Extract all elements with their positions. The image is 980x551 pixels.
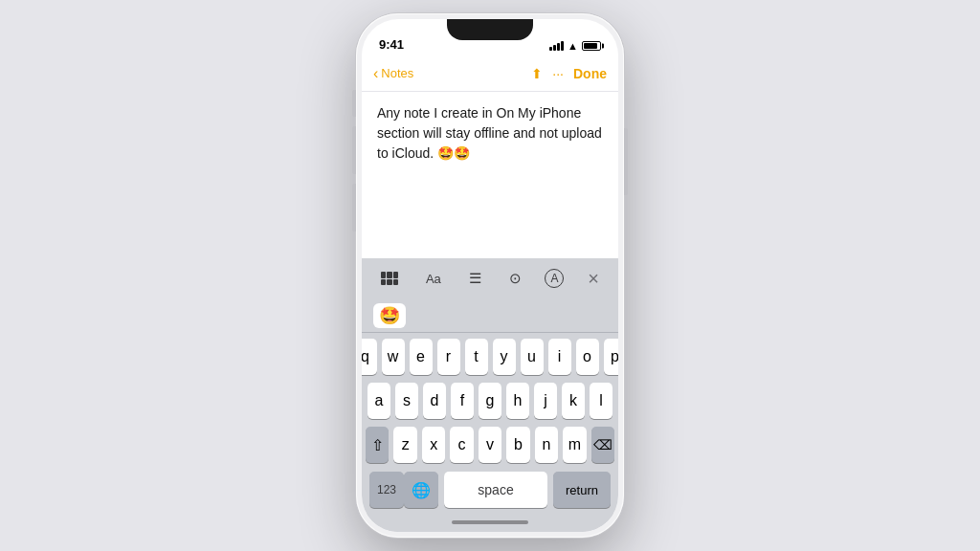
- key-f[interactable]: f: [451, 383, 474, 419]
- key-l[interactable]: l: [590, 383, 612, 419]
- key-k[interactable]: k: [562, 383, 585, 419]
- key-i[interactable]: i: [548, 339, 571, 375]
- key-v[interactable]: v: [479, 427, 501, 463]
- mute-button[interactable]: [352, 90, 356, 117]
- key-p[interactable]: p: [604, 339, 619, 375]
- table-format-button[interactable]: [377, 268, 402, 289]
- notch: [447, 19, 533, 40]
- home-bar: [452, 520, 528, 524]
- key-m[interactable]: m: [563, 427, 586, 463]
- nav-bar: ‹ Notes ⬆ ··· Done: [362, 55, 618, 92]
- key-w[interactable]: w: [382, 339, 405, 375]
- camera-button[interactable]: ⊙: [505, 266, 525, 291]
- note-text[interactable]: Any note I create in On My iPhone sectio…: [377, 103, 603, 164]
- share-button[interactable]: ⬆: [531, 66, 543, 81]
- done-button[interactable]: Done: [573, 66, 607, 81]
- power-button[interactable]: [624, 128, 628, 195]
- key-x[interactable]: x: [422, 427, 445, 463]
- keyboard-bottom-row: 123 🌐 space return: [366, 471, 614, 513]
- key-h[interactable]: h: [506, 383, 529, 419]
- chevron-left-icon: ‹: [373, 65, 378, 82]
- volume-up-button[interactable]: [352, 126, 356, 174]
- key-u[interactable]: u: [521, 339, 544, 375]
- key-a[interactable]: a: [368, 383, 390, 419]
- space-key[interactable]: space: [444, 472, 547, 508]
- key-g[interactable]: g: [479, 383, 501, 419]
- markup-button[interactable]: A: [545, 269, 564, 288]
- numbers-key[interactable]: 123: [369, 472, 404, 508]
- note-content-area[interactable]: Any note I create in On My iPhone sectio…: [362, 92, 618, 258]
- shift-key[interactable]: ⇧: [366, 427, 389, 463]
- text-format-button[interactable]: Aa: [422, 268, 445, 290]
- close-toolbar-button[interactable]: ×: [584, 264, 603, 294]
- delete-key[interactable]: ⌫: [591, 427, 614, 463]
- key-d[interactable]: d: [423, 383, 446, 419]
- checklist-button[interactable]: ☰: [465, 266, 485, 291]
- keyboard: q w e r t y u i o p a s d f g h j k: [362, 333, 618, 532]
- nav-actions: ⬆ ··· Done: [531, 66, 607, 81]
- key-y[interactable]: y: [493, 339, 516, 375]
- key-e[interactable]: e: [410, 339, 433, 375]
- key-b[interactable]: b: [506, 427, 529, 463]
- phone-screen: 9:41 ▲ ‹ Notes ⬆ ·: [362, 19, 618, 532]
- key-r[interactable]: r: [437, 339, 460, 375]
- return-key[interactable]: return: [553, 472, 611, 508]
- back-button[interactable]: ‹ Notes: [373, 65, 413, 82]
- space-label: space: [478, 482, 513, 497]
- home-indicator-area: [366, 513, 614, 532]
- back-label: Notes: [381, 66, 413, 80]
- keyboard-row-2: a s d f g h j k l: [366, 383, 614, 419]
- keyboard-row-3: ⇧ z x c v b n m ⌫: [366, 427, 614, 463]
- format-toolbar: Aa ☰ ⊙ A ×: [362, 258, 618, 298]
- keyboard-row-1: q w e r t y u i o p: [366, 339, 614, 375]
- key-s[interactable]: s: [395, 383, 418, 419]
- wifi-icon: ▲: [568, 40, 578, 52]
- emoji-suggestion-bar: 🤩: [362, 298, 618, 333]
- key-c[interactable]: c: [450, 427, 473, 463]
- key-t[interactable]: t: [465, 339, 488, 375]
- key-j[interactable]: j: [534, 383, 557, 419]
- key-z[interactable]: z: [393, 427, 416, 463]
- key-o[interactable]: o: [576, 339, 599, 375]
- signal-icon: [549, 41, 564, 51]
- return-label: return: [566, 483, 598, 497]
- emoji-key[interactable]: 🌐: [404, 472, 438, 508]
- phone-device: 9:41 ▲ ‹ Notes ⬆ ·: [356, 13, 624, 538]
- volume-down-button[interactable]: [352, 184, 356, 231]
- status-time: 9:41: [379, 37, 404, 52]
- battery-icon: [582, 41, 601, 51]
- status-icons: ▲: [549, 40, 601, 52]
- key-q[interactable]: q: [362, 339, 377, 375]
- emoji-suggestion-item[interactable]: 🤩: [373, 303, 406, 328]
- more-button[interactable]: ···: [552, 66, 564, 81]
- key-n[interactable]: n: [535, 427, 558, 463]
